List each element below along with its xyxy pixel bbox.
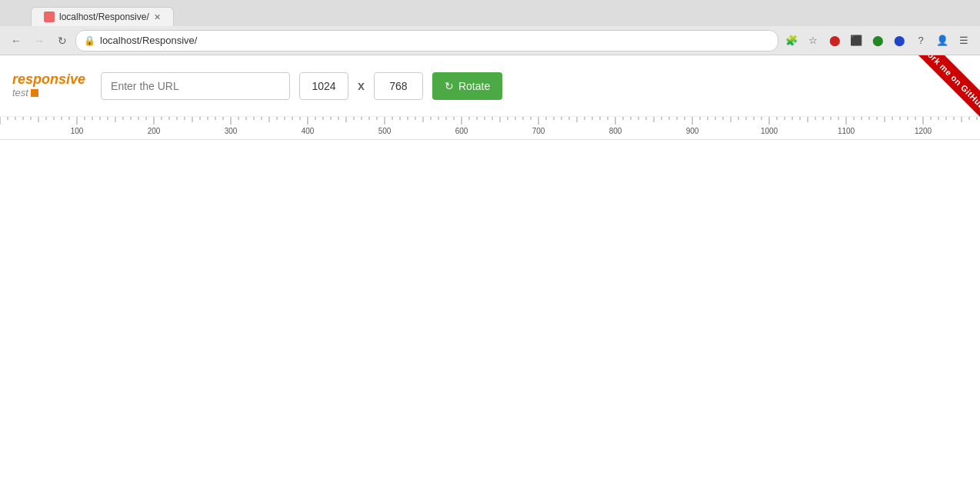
rotate-label: Rotate: [458, 80, 490, 92]
rotate-icon: ↻: [445, 80, 454, 92]
rotate-button[interactable]: ↻ Rotate: [432, 72, 502, 100]
logo-square-icon: [31, 89, 38, 97]
profile-icon[interactable]: 👤: [932, 31, 952, 51]
lock-icon: 🔒: [84, 35, 95, 46]
github-ribbon[interactable]: Fork me on GitHub: [895, 55, 980, 140]
tab-favicon: [44, 12, 55, 22]
github-ribbon-text: Fork me on GitHub: [913, 55, 980, 120]
plugin-icon-2[interactable]: ⬛: [846, 31, 866, 51]
nav-icons: 🧩 ☆ ⬤ ⬛ ⬤ ⬤ ? 👤 ☰: [782, 31, 974, 51]
height-input[interactable]: [374, 72, 423, 100]
extensions-icon[interactable]: 🧩: [782, 31, 802, 51]
logo-responsive-text: responsive: [12, 72, 85, 88]
tab-bar: localhost/Responsive/ ✕: [0, 0, 980, 26]
browser-chrome: localhost/Responsive/ ✕ ← → ↻ 🔒 🧩 ☆ ⬤ ⬛ …: [0, 0, 980, 55]
logo-test-text: test: [12, 88, 85, 98]
plugin-icon-1[interactable]: ⬤: [825, 31, 845, 51]
reload-button[interactable]: ↻: [52, 31, 72, 51]
ruler: [0, 117, 980, 140]
app-logo: responsive test: [12, 72, 85, 98]
address-input[interactable]: [100, 35, 770, 46]
dimension-separator: x: [358, 79, 365, 93]
plugin-icon-4[interactable]: ⬤: [889, 31, 909, 51]
app-area: responsive test x ↻ Rotate Fork me on Gi…: [0, 55, 980, 495]
forward-button[interactable]: →: [29, 31, 49, 51]
active-tab[interactable]: localhost/Responsive/ ✕: [31, 7, 174, 26]
app-toolbar: responsive test x ↻ Rotate: [0, 55, 980, 117]
url-input[interactable]: [101, 72, 290, 100]
help-icon[interactable]: ?: [911, 31, 931, 51]
bookmark-icon[interactable]: ☆: [803, 31, 823, 51]
plugin-icon-3[interactable]: ⬤: [868, 31, 888, 51]
back-button[interactable]: ←: [6, 31, 26, 51]
tab-close-btn[interactable]: ✕: [154, 12, 161, 22]
width-input[interactable]: [299, 72, 348, 100]
nav-bar: ← → ↻ 🔒 🧩 ☆ ⬤ ⬛ ⬤ ⬤ ? 👤 ☰: [0, 26, 980, 55]
address-bar[interactable]: 🔒: [75, 30, 778, 51]
menu-icon[interactable]: ☰: [954, 31, 974, 51]
tab-title: localhost/Responsive/: [59, 12, 149, 22]
ruler-canvas: [0, 117, 980, 140]
